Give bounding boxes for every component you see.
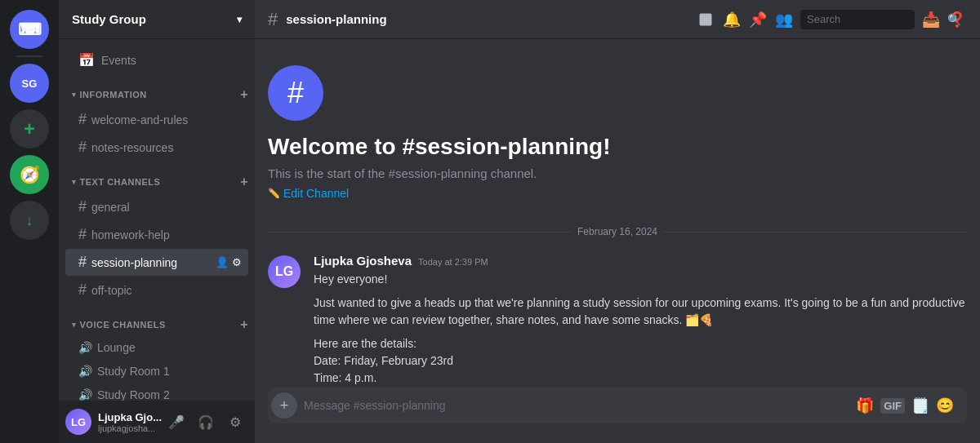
voice-channel-name: Lounge <box>97 341 136 354</box>
channel-sidebar: Study Group ▾ 📅 Events ▾ INFORMATION + #… <box>59 0 255 443</box>
sticker-icon[interactable]: 🗒️ <box>911 396 929 414</box>
message-text: Hey everyone! Just wanted to give a head… <box>314 271 967 388</box>
mute-button[interactable]: 🎤 <box>163 409 189 435</box>
avatar: LG <box>268 255 301 288</box>
add-attachment-button[interactable]: + <box>271 392 297 419</box>
channel-item-general[interactable]: # general <box>65 193 248 220</box>
channel-item-notes[interactable]: # notes-resources <box>65 134 248 161</box>
channel-intro-title: Welcome to #session-planning! <box>268 134 967 160</box>
hash-icon: # <box>78 281 87 299</box>
voice-channel-study-room-1[interactable]: 🔊 Study Room 1 <box>65 360 248 383</box>
message-line-2: Just wanted to give a heads up that we'r… <box>314 295 967 329</box>
server-dropdown-icon: ▾ <box>237 14 242 25</box>
pin-button[interactable]: 📌 <box>748 10 768 29</box>
edit-channel-label: Edit Channel <box>283 187 349 200</box>
channel-header-hash-icon: # <box>268 9 278 30</box>
edit-channel-button[interactable]: ✏️ Edit Channel <box>268 187 967 200</box>
message-header: Ljupka Gjosheva Today at 2:39 PM <box>314 254 967 268</box>
input-actions: 🎁 GIF 🗒️ 😊 <box>856 396 954 414</box>
emoji-picker-button[interactable]: 😊 <box>936 396 954 414</box>
messages-area: # Welcome to #session-planning! This is … <box>255 39 980 388</box>
user-actions: 🎤 🎧 ⚙ <box>163 409 248 435</box>
channel-intro: # Welcome to #session-planning! This is … <box>255 39 980 213</box>
category-information[interactable]: ▾ INFORMATION + <box>59 74 255 105</box>
main-content: # session-planning 🔔 📌 👥 🔍 📥 ❓ # Welcome… <box>255 0 980 443</box>
thread-icon-button[interactable] <box>696 10 715 29</box>
member-icon[interactable]: 👤 <box>216 256 229 268</box>
category-text-label: TEXT CHANNELS <box>80 177 161 187</box>
channel-name: homework-help <box>91 228 170 241</box>
user-info: Ljupka Gjo... ljupkagjosha... <box>98 411 163 433</box>
speaker-icon: 🔊 <box>78 365 92 378</box>
message-input-area: + 🎁 GIF 🗒️ 😊 <box>255 388 980 443</box>
explore-servers-icon[interactable]: 🧭 <box>10 155 49 194</box>
date-line-left <box>268 232 571 233</box>
events-label: Events <box>101 54 136 67</box>
category-arrow: ▾ <box>72 321 77 329</box>
members-button[interactable]: 👥 <box>774 10 794 29</box>
category-information-label: INFORMATION <box>80 90 147 100</box>
date-line-right <box>664 232 967 233</box>
channel-intro-desc: This is the start of the #session-planni… <box>268 166 967 180</box>
deafen-button[interactable]: 🎧 <box>193 409 219 435</box>
message-input[interactable] <box>304 399 856 412</box>
user-settings-button[interactable]: ⚙ <box>222 409 248 435</box>
hash-icon: # <box>78 254 87 271</box>
user-avatar: LG <box>65 409 91 435</box>
channel-intro-icon: # <box>268 65 323 121</box>
server-header[interactable]: Study Group ▾ <box>59 0 255 39</box>
message-content: Ljupka Gjosheva Today at 2:39 PM Hey eve… <box>314 254 967 388</box>
category-voice-channels[interactable]: ▾ VOICE CHANNELS + <box>59 304 255 335</box>
sidebar-divider <box>16 55 42 57</box>
events-item[interactable]: 📅 Events <box>65 46 248 74</box>
message-group: LG Ljupka Gjosheva Today at 2:39 PM Hey … <box>255 250 980 388</box>
add-server-button[interactable]: + <box>10 109 49 148</box>
hash-icon: # <box>78 111 87 128</box>
hash-icon: # <box>78 198 87 215</box>
voice-channel-lounge[interactable]: 🔊 Lounge <box>65 336 248 359</box>
server-sidebar: ⌨ SG + 🧭 ↓ <box>0 0 59 443</box>
channel-item-welcome[interactable]: # welcome-and-rules <box>65 106 248 133</box>
message-author: Ljupka Gjosheva <box>314 254 412 268</box>
hash-icon: # <box>78 226 87 243</box>
gif-button[interactable]: GIF <box>880 398 905 414</box>
category-arrow: ▾ <box>72 91 77 99</box>
settings-icon[interactable]: ⚙ <box>232 256 242 268</box>
date-text: February 16, 2024 <box>577 226 657 237</box>
message-line-3: Here are the details:Date: Friday, Febru… <box>314 335 967 388</box>
inbox-button[interactable]: 📥 <box>921 10 941 29</box>
category-voice-label: VOICE CHANNELS <box>80 320 166 330</box>
channel-name: notes-resources <box>91 141 173 154</box>
add-channel-button[interactable]: + <box>240 87 248 102</box>
user-name: Ljupka Gjo... <box>98 411 163 423</box>
channel-item-homework[interactable]: # homework-help <box>65 221 248 248</box>
user-tag: ljupkagjosha... <box>98 423 163 433</box>
channel-list: 📅 Events ▾ INFORMATION + # welcome-and-r… <box>59 39 255 401</box>
events-icon: 📅 <box>78 52 95 68</box>
channel-name: off-topic <box>91 284 132 297</box>
notification-bell-button[interactable]: 🔔 <box>722 10 742 29</box>
voice-channel-name: Study Room 2 <box>97 388 170 401</box>
add-voice-channel-button[interactable]: + <box>240 317 248 332</box>
speaker-icon: 🔊 <box>78 341 92 354</box>
study-group-server-icon[interactable]: SG <box>10 64 49 103</box>
voice-channel-name: Study Room 1 <box>97 365 170 378</box>
hash-icon: # <box>78 139 87 156</box>
channel-action-icons: 👤 ⚙ <box>216 256 242 268</box>
header-actions: 🔔 📌 👥 🔍 📥 ❓ <box>696 10 967 29</box>
search-bar[interactable]: 🔍 <box>800 10 915 29</box>
speaker-icon: 🔊 <box>78 388 92 401</box>
voice-channel-study-room-2[interactable]: 🔊 Study Room 2 <box>65 383 248 401</box>
help-button[interactable]: ❓ <box>947 10 967 29</box>
add-text-channel-button[interactable]: + <box>240 175 248 189</box>
server-name: Study Group <box>72 12 146 26</box>
channel-item-session-planning[interactable]: # session-planning 👤 ⚙ <box>65 249 248 276</box>
channel-name: session-planning <box>91 256 177 269</box>
download-apps-icon[interactable]: ↓ <box>10 201 49 240</box>
message-input-box: + 🎁 GIF 🗒️ 😊 <box>268 388 967 423</box>
message-line-1: Hey everyone! <box>314 271 967 288</box>
channel-item-offtopic[interactable]: # off-topic <box>65 277 248 303</box>
nitro-gift-icon[interactable]: 🎁 <box>856 396 874 414</box>
discord-home-icon[interactable]: ⌨ <box>10 10 49 49</box>
category-text-channels[interactable]: ▾ TEXT CHANNELS + <box>59 162 255 193</box>
